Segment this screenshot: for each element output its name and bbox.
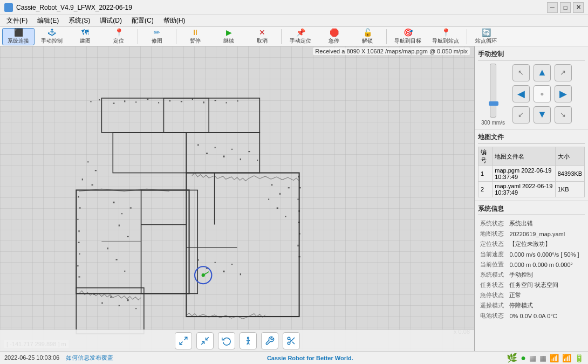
map-reset-button[interactable] [218,332,235,349]
svg-rect-49 [124,271,125,272]
emergency-stop-label: 急停 [329,37,339,45]
map-canvas[interactable]: Received a 8090 X 10682 /maps/map.pgm @ … [0,46,474,351]
build-map-button[interactable]: 🗺 建图 [69,28,101,45]
manual-control-button[interactable]: 🕹 手动控制 [36,28,68,45]
manual-control-title: 手动控制 [478,50,585,60]
manual-locate-label: 手动定位 [290,37,311,45]
map-wrench-button[interactable] [261,332,278,349]
map-file-row-1[interactable]: 1 map.pgm 2022-06-19 10:37:49 84393KB [478,166,585,182]
svg-line-95 [290,339,291,341]
toolbar-separator-2 [176,29,176,44]
info-label-battery: 电池状态 [478,311,507,321]
toolbar-separator-3 [281,29,282,44]
slider-thumb [489,101,498,106]
map-edit-button[interactable]: ✏ 修图 [141,28,173,45]
svg-rect-33 [78,276,80,277]
dpad-upright[interactable]: ↗ [555,64,572,81]
map-expand-button[interactable] [175,332,192,349]
map-person-button[interactable] [240,332,257,349]
info-label-map-status: 地图状态 [478,229,507,239]
svg-rect-14 [113,102,114,104]
system-connect-button[interactable]: ⬛ 系统连接 [2,28,35,45]
info-value-system-mode: 手动控制 [507,270,585,280]
dpad-down[interactable]: ▼ [534,106,551,123]
svg-rect-69 [101,302,102,304]
menu-debug[interactable]: 调试(D) [95,15,126,26]
info-value-locate-status: 【定位未激功】 [507,239,585,249]
signal-icon: 📶 [562,354,571,362]
svg-rect-38 [298,222,300,223]
col-header-size: 大小 [555,147,584,166]
svg-line-85 [201,341,204,344]
svg-rect-46 [127,236,128,237]
leaf-icon: 🌿 [507,353,517,363]
link-text[interactable]: 如何信息发布覆盖 [66,354,113,361]
station-loop-button[interactable]: 🔄 站点循环 [470,28,502,45]
toolbar-separator-1 [138,29,138,44]
svg-rect-59 [240,159,241,160]
main-toolbar: ⬛ 系统连接 🕹 手动控制 🗺 建图 📍 定位 ✏ 修图 ⏸ 暂停 ▶ 继续 ✕… [0,27,588,46]
map-compress-button[interactable] [196,332,214,349]
svg-rect-30 [78,242,79,243]
info-value-battery: 0% 0.0V 0.0A 0°C [507,311,585,321]
svg-rect-37 [299,210,300,212]
grid2-icon: ▦ [539,354,546,362]
dpad-right[interactable]: ▶ [555,85,572,102]
pause-button[interactable]: ⏸ 暂停 [179,28,211,45]
nav-target-icon: 🎯 [404,28,413,37]
svg-line-84 [180,341,182,344]
window-controls[interactable]: ─ □ ✕ [547,2,584,13]
info-label-current-speed: 当前速度 [478,249,507,259]
svg-rect-12 [90,101,91,102]
nav-target-button[interactable]: 🎯 导航到目标 [389,28,426,45]
svg-line-86 [206,337,208,340]
minimize-button[interactable]: ─ [547,2,558,13]
svg-rect-0 [101,98,259,133]
svg-rect-15 [124,100,125,102]
col-header-id: 编号 [478,147,493,166]
menu-file[interactable]: 文件(F) [2,15,32,26]
map-scissors-button[interactable] [283,332,300,349]
info-row-system-mode: 系统模式 手动控制 [478,270,585,280]
dpad-downright[interactable]: ↘ [555,106,572,123]
locate-icon: 📍 [114,28,124,37]
menu-edit[interactable]: 编辑(E) [33,15,63,26]
dpad-left[interactable]: ◀ [512,85,530,102]
continue-button[interactable]: ▶ 继续 [213,28,245,45]
locate-button[interactable]: 📍 定位 [102,28,135,45]
slider-track[interactable] [490,64,496,118]
dpad-upleft[interactable]: ↖ [512,64,530,81]
speed-slider[interactable]: 300 mm/s [481,64,505,126]
map-area[interactable]: Received a 8090 X 10682 /maps/map.pgm @ … [0,46,475,351]
dpad-downleft[interactable]: ↙ [512,106,530,123]
map-file-row-2[interactable]: 2 map.yaml 2022-06-19 10:37:49 1KB [478,182,585,197]
maximize-button[interactable]: □ [560,2,571,13]
menu-config[interactable]: 配置(C) [127,15,158,26]
emergency-stop-button[interactable]: 🛑 急停 [318,28,350,45]
info-label-remote-mode: 遥操模式 [478,300,507,311]
menu-help[interactable]: 帮助(H) [159,15,190,26]
svg-rect-17 [147,99,148,100]
svg-rect-27 [79,207,81,208]
svg-point-87 [247,337,249,339]
map-bottom-toolbar [0,329,474,351]
menu-system[interactable]: 系统(S) [64,15,94,26]
manual-locate-icon: 📌 [296,28,305,37]
svg-rect-11 [163,98,209,133]
dpad-up[interactable]: ▲ [534,64,551,81]
svg-rect-66 [231,264,233,265]
cancel-button[interactable]: ✕ 取消 [246,28,278,45]
svg-rect-13 [99,99,100,100]
continue-label: 继续 [223,37,234,45]
app-icon [4,3,13,12]
dpad-center[interactable]: ● [534,85,551,102]
svg-rect-18 [158,102,159,103]
nav-waypoint-button[interactable]: 📍 导航到站点 [427,28,464,45]
svg-rect-53 [92,184,93,186]
emergency-stop-icon: 🛑 [330,28,339,37]
svg-rect-10 [113,133,186,173]
close-button[interactable]: ✕ [573,2,584,13]
manual-locate-button[interactable]: 📌 手动定位 [284,28,317,45]
svg-rect-72 [127,299,128,301]
release-button[interactable]: 🔓 解锁 [351,28,384,45]
